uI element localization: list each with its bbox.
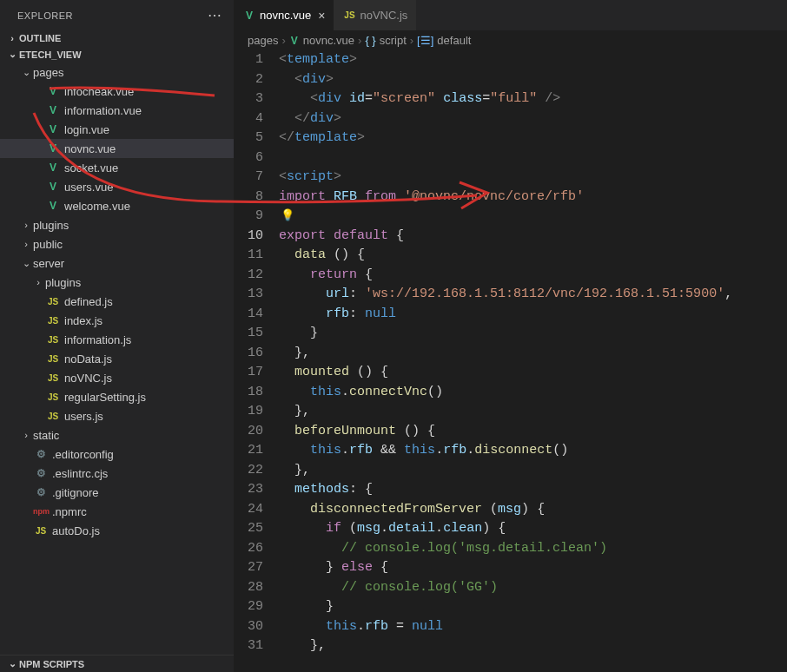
file-tree: ⌄pagesVinfocheak.vueVinformation.vueVlog… [0, 63, 234, 655]
chevron-right-icon: › [19, 220, 33, 230]
chevron-down-icon: ⌄ [19, 67, 33, 78]
file-item[interactable]: ⚙.gitignore [0, 483, 234, 502]
js-icon: JS [45, 335, 61, 345]
variable-icon: [☰] [417, 34, 433, 47]
file-item[interactable]: Vlogin.vue [0, 120, 234, 139]
item-label: pages [33, 66, 63, 79]
item-label: welcome.vue [64, 200, 130, 213]
chevron-right-icon: › [410, 34, 413, 47]
file-item[interactable]: JSautoDo.js [0, 521, 234, 540]
config-icon: ⚙ [33, 486, 49, 498]
chevron-right-icon: › [5, 33, 19, 43]
folder-item[interactable]: ›plugins [0, 273, 234, 292]
bc-symbol[interactable]: script [380, 34, 407, 47]
vue-icon: V [242, 10, 256, 22]
file-item[interactable]: ⚙.eslintrc.cjs [0, 464, 234, 483]
item-label: public [33, 238, 63, 251]
vue-icon: V [45, 142, 61, 155]
file-item[interactable]: Vusers.vue [0, 177, 234, 196]
breadcrumb[interactable]: pages › V novnc.vue › { } script › [☰] d… [234, 30, 787, 50]
item-label: defined.js [64, 295, 113, 308]
file-item[interactable]: Vwelcome.vue [0, 196, 234, 215]
bc-file[interactable]: novnc.vue [303, 34, 354, 47]
project-section[interactable]: ⌄ ETECH_VIEW [0, 46, 234, 63]
js-icon: JS [45, 316, 61, 326]
js-icon: JS [33, 526, 49, 536]
item-label: plugins [45, 276, 81, 289]
vue-icon: V [291, 35, 298, 47]
folder-item[interactable]: ›plugins [0, 215, 234, 234]
outline-label: OUTLINE [19, 33, 61, 43]
item-label: users.js [64, 410, 103, 423]
editor-tab[interactable]: JSnoVNC.js [334, 0, 416, 30]
js-icon: JS [342, 10, 356, 20]
item-label: .editorconfig [52, 448, 114, 461]
npm-icon: npm [33, 507, 49, 516]
item-label: .npmrc [52, 505, 87, 518]
editor-tab[interactable]: Vnovnc.vue× [234, 0, 334, 30]
chevron-down-icon: ⌄ [5, 658, 19, 669]
outline-section[interactable]: › OUTLINE [0, 30, 234, 46]
chevron-right-icon: › [19, 239, 33, 249]
file-item[interactable]: JSnoData.js [0, 349, 234, 368]
js-icon: JS [45, 297, 61, 306]
item-label: users.vue [64, 181, 113, 194]
bc-symbol[interactable]: default [437, 34, 471, 47]
item-label: information.js [64, 333, 131, 346]
npm-scripts-section[interactable]: ⌄ NPM SCRIPTS [0, 655, 234, 672]
lightbulb-icon[interactable]: 💡 [281, 209, 294, 222]
explorer-title: EXPLORER [17, 10, 73, 21]
item-label: noVNC.js [64, 372, 112, 385]
file-item[interactable]: JSregularSetting.js [0, 387, 234, 406]
chevron-right-icon: › [358, 34, 361, 47]
chevron-down-icon: ⌄ [19, 258, 33, 269]
vue-icon: V [45, 85, 61, 97]
tab-label: noVNC.js [360, 9, 407, 22]
folder-item[interactable]: ⌄pages [0, 63, 234, 82]
vue-icon: V [45, 200, 61, 212]
close-icon[interactable]: × [318, 9, 325, 23]
file-item[interactable]: JSdefined.js [0, 292, 234, 311]
config-icon: ⚙ [33, 448, 49, 460]
item-label: socket.vue [64, 161, 118, 175]
item-label: plugins [33, 219, 69, 232]
js-icon: JS [45, 412, 61, 421]
file-item[interactable]: JSnoVNC.js [0, 368, 234, 387]
editor-tabs: Vnovnc.vue×JSnoVNC.js [234, 0, 787, 30]
file-item[interactable]: Vinformation.vue [0, 101, 234, 120]
file-item[interactable]: Vnovnc.vue [0, 139, 234, 158]
file-item[interactable]: JSindex.js [0, 311, 234, 330]
vue-icon: V [45, 123, 61, 135]
file-item[interactable]: ⚙.editorconfig [0, 445, 234, 464]
folder-item[interactable]: ›public [0, 234, 234, 254]
bc-folder[interactable]: pages [248, 34, 278, 47]
braces-icon: { } [365, 34, 375, 47]
item-label: .gitignore [52, 486, 98, 499]
item-label: noData.js [64, 352, 112, 366]
item-label: server [33, 257, 64, 270]
folder-item[interactable]: ⌄server [0, 254, 234, 273]
file-item[interactable]: npm.npmrc [0, 502, 234, 521]
config-icon: ⚙ [33, 467, 49, 479]
more-icon[interactable]: ⋯ [208, 7, 222, 23]
file-item[interactable]: Vinfocheak.vue [0, 82, 234, 101]
file-item[interactable]: Vsocket.vue [0, 158, 234, 177]
js-icon: JS [45, 354, 61, 364]
js-icon: JS [45, 373, 61, 383]
code-content[interactable]: <template> <div> <div id="screen" class=… [279, 50, 787, 672]
file-item[interactable]: JSinformation.js [0, 330, 234, 349]
item-label: static [33, 429, 59, 442]
item-label: login.vue [64, 123, 109, 136]
chevron-right-icon: › [31, 277, 45, 287]
folder-item[interactable]: ›static [0, 425, 234, 445]
project-label: ETECH_VIEW [19, 49, 82, 60]
code-editor[interactable]: 1234567891011121314151617181920212223242… [234, 50, 787, 672]
vue-icon: V [45, 104, 61, 116]
chevron-right-icon: › [281, 34, 285, 47]
chevron-right-icon: › [19, 430, 33, 440]
chevron-down-icon: ⌄ [5, 49, 19, 60]
file-item[interactable]: JSusers.js [0, 406, 234, 425]
vue-icon: V [45, 181, 61, 193]
item-label: .eslintrc.cjs [52, 467, 108, 480]
line-gutter: 1234567891011121314151617181920212223242… [234, 50, 279, 672]
